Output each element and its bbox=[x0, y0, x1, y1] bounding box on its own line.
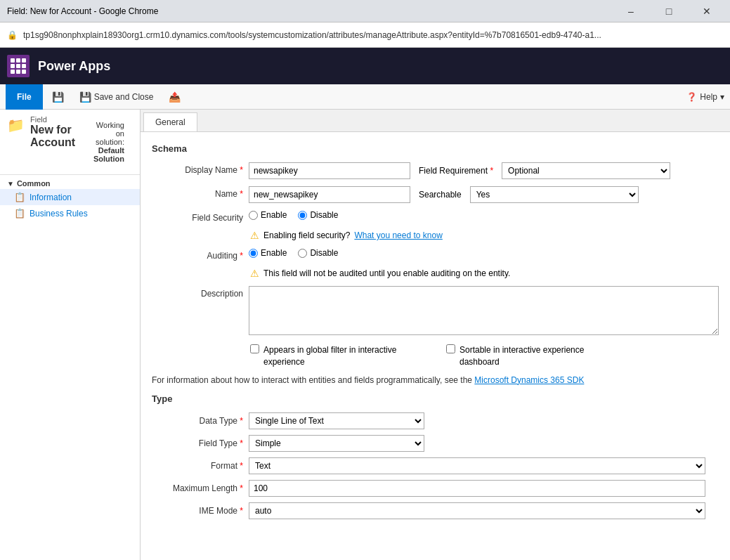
checkboxes-row: Appears in global filter in interactive … bbox=[250, 344, 719, 368]
sdk-link[interactable]: Microsoft Dynamics 365 SDK bbox=[474, 375, 584, 385]
auditing-enable-radio[interactable] bbox=[249, 249, 258, 258]
publish-icon: 📤 bbox=[169, 91, 181, 103]
max-length-input[interactable] bbox=[249, 480, 705, 497]
auditing-disable-radio[interactable] bbox=[298, 249, 307, 258]
sidebar-item-information[interactable]: 📋 Information bbox=[0, 189, 140, 205]
display-name-label: Display Name * bbox=[152, 162, 243, 175]
main-layout: 📁 Field New for Account Working on solut… bbox=[0, 110, 730, 560]
folder-icon: 📁 bbox=[7, 117, 25, 134]
name-required: * bbox=[240, 189, 243, 199]
name-controls: Searchable Yes No bbox=[249, 186, 719, 203]
tab-general[interactable]: General bbox=[143, 112, 197, 131]
sidebar-field-label: Field bbox=[30, 115, 85, 124]
app-header: Power Apps bbox=[0, 48, 730, 84]
sidebar-page-title: New for Account bbox=[30, 124, 85, 149]
ime-mode-select[interactable]: auto active inactive disabled bbox=[249, 502, 705, 519]
file-tab[interactable]: File bbox=[6, 84, 43, 110]
display-name-controls: Field Requirement * Optional Business Re… bbox=[249, 162, 719, 179]
address-bar: 🔒 tp1sg908nonphxplain18930org1.crm10.dyn… bbox=[0, 22, 730, 48]
field-security-controls: Enable Disable bbox=[249, 210, 719, 220]
sortable-checkbox[interactable] bbox=[446, 344, 455, 353]
save-icon: 💾 bbox=[52, 91, 64, 103]
warning-icon-2: ⚠ bbox=[250, 268, 259, 279]
field-security-disable-radio[interactable] bbox=[298, 211, 307, 220]
close-button[interactable]: ✕ bbox=[691, 0, 723, 22]
field-security-enable-radio[interactable] bbox=[249, 211, 258, 220]
data-type-label: Data Type * bbox=[152, 416, 243, 426]
field-security-row: Field Security Enable Disable bbox=[152, 210, 719, 223]
minimize-button[interactable]: – bbox=[615, 0, 647, 22]
name-label: Name * bbox=[152, 186, 243, 199]
warning-icon-1: ⚠ bbox=[250, 230, 259, 241]
nav-section-common: ▼ Common bbox=[0, 175, 140, 189]
publish-button[interactable]: 📤 bbox=[162, 88, 187, 106]
field-security-enable-label[interactable]: Enable bbox=[249, 210, 287, 220]
field-type-row: Field Type * Simple Calculated Rollup bbox=[152, 435, 719, 452]
toolbar: File 💾 💾 Save and Close 📤 ❓ Help ▾ bbox=[0, 84, 730, 110]
auditing-label: Auditing * bbox=[152, 248, 243, 261]
format-select[interactable]: Text Email URL Phone bbox=[249, 457, 705, 474]
information-icon: 📋 bbox=[14, 192, 25, 202]
name-input[interactable] bbox=[249, 186, 410, 203]
save-close-icon: 💾 bbox=[79, 91, 91, 103]
sidebar-solution: Working on solution: Default Solution bbox=[85, 115, 133, 169]
description-area bbox=[249, 286, 719, 337]
data-type-select[interactable]: Single Line of Text Whole Number Decimal… bbox=[249, 412, 424, 429]
max-length-row: Maximum Length * bbox=[152, 480, 719, 497]
format-label: Format * bbox=[152, 461, 243, 471]
save-close-button[interactable]: 💾 Save and Close bbox=[73, 88, 160, 106]
display-name-row: Display Name * Field Requirement * Optio… bbox=[152, 162, 719, 179]
schema-header: Schema bbox=[152, 143, 719, 154]
field-type-select[interactable]: Simple Calculated Rollup bbox=[249, 435, 424, 452]
description-textarea[interactable] bbox=[249, 286, 719, 335]
display-name-input[interactable] bbox=[249, 162, 410, 179]
browser-window-controls: – □ ✕ bbox=[615, 0, 723, 22]
what-you-need-to-know-link[interactable]: What you need to know bbox=[354, 230, 442, 240]
sortable-item: Sortable in interactive experience dashb… bbox=[446, 344, 600, 368]
description-row: Description bbox=[152, 286, 719, 337]
display-name-required: * bbox=[240, 165, 243, 175]
content-area: General Schema Display Name * Field Requ… bbox=[141, 110, 730, 560]
sidebar-header: 📁 Field New for Account Working on solut… bbox=[0, 110, 140, 175]
sidebar: 📁 Field New for Account Working on solut… bbox=[0, 110, 141, 560]
auditing-row: Auditing * Enable Disable bbox=[152, 248, 719, 261]
form-body: Schema Display Name * Field Requirement … bbox=[141, 132, 730, 536]
help-button[interactable]: ❓ Help ▾ bbox=[686, 92, 724, 102]
browser-title: Field: New for Account - Google Chrome bbox=[7, 6, 158, 16]
lock-icon: 🔒 bbox=[7, 30, 18, 40]
address-url: tp1sg908nonphxplain18930org1.crm10.dynam… bbox=[23, 30, 723, 40]
maximize-button[interactable]: □ bbox=[653, 0, 685, 22]
sdk-info: For information about how to interact wi… bbox=[152, 375, 719, 385]
description-label: Description bbox=[152, 286, 243, 299]
ime-mode-row: IME Mode * auto active inactive disabled bbox=[152, 502, 719, 519]
business-rules-icon: 📋 bbox=[14, 208, 25, 219]
searchable-select[interactable]: Yes No bbox=[470, 186, 639, 203]
auditing-controls: Enable Disable bbox=[249, 248, 719, 258]
name-row: Name * Searchable Yes No bbox=[152, 186, 719, 203]
tab-bar: General bbox=[141, 110, 730, 132]
nav-arrow-icon: ▼ bbox=[7, 180, 14, 188]
sidebar-item-business-rules[interactable]: 📋 Business Rules bbox=[0, 205, 140, 221]
max-length-label: Maximum Length * bbox=[152, 483, 243, 493]
field-requirement-label: Field Requirement * bbox=[419, 166, 493, 176]
help-icon: ❓ bbox=[686, 92, 697, 102]
type-header: Type bbox=[152, 393, 719, 404]
field-type-label: Field Type * bbox=[152, 438, 243, 448]
auditing-radio-group: Enable Disable bbox=[249, 248, 338, 258]
help-chevron-icon: ▾ bbox=[720, 92, 724, 102]
auditing-disable-label[interactable]: Disable bbox=[298, 248, 338, 258]
field-security-disable-label[interactable]: Disable bbox=[298, 210, 338, 220]
ime-mode-label: IME Mode * bbox=[152, 506, 243, 516]
browser-titlebar: Field: New for Account - Google Chrome –… bbox=[0, 0, 730, 22]
auditing-warning: ⚠ This field will not be audited until y… bbox=[250, 268, 719, 279]
app-grid-icon[interactable] bbox=[7, 55, 30, 77]
field-security-warning: ⚠ Enabling field security? What you need… bbox=[250, 230, 719, 241]
app-title: Power Apps bbox=[38, 59, 110, 74]
data-type-row: Data Type * Single Line of Text Whole Nu… bbox=[152, 412, 719, 429]
global-filter-checkbox[interactable] bbox=[250, 344, 259, 353]
field-requirement-select[interactable]: Optional Business Recommended Business R… bbox=[502, 162, 670, 179]
save-button[interactable]: 💾 bbox=[46, 88, 70, 106]
format-row: Format * Text Email URL Phone bbox=[152, 457, 719, 474]
field-security-radio-group: Enable Disable bbox=[249, 210, 338, 220]
auditing-enable-label[interactable]: Enable bbox=[249, 248, 287, 258]
